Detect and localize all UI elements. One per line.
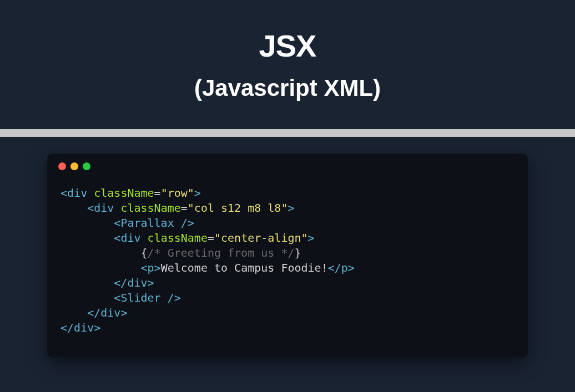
content-area: <div className="row"> <div className="co… [0,137,575,358]
slide-title: JSX [0,28,575,64]
code-window: <div className="row"> <div className="co… [47,154,528,358]
slide-header: JSX (Javascript XML) [0,0,575,129]
maximize-icon [83,162,90,170]
minimize-icon [70,162,78,170]
code-block: <div className="row"> <div className="co… [47,175,528,358]
window-titlebar [47,154,528,175]
close-icon [58,162,66,170]
divider [0,129,575,137]
slide-subtitle: (Javascript XML) [0,75,575,101]
